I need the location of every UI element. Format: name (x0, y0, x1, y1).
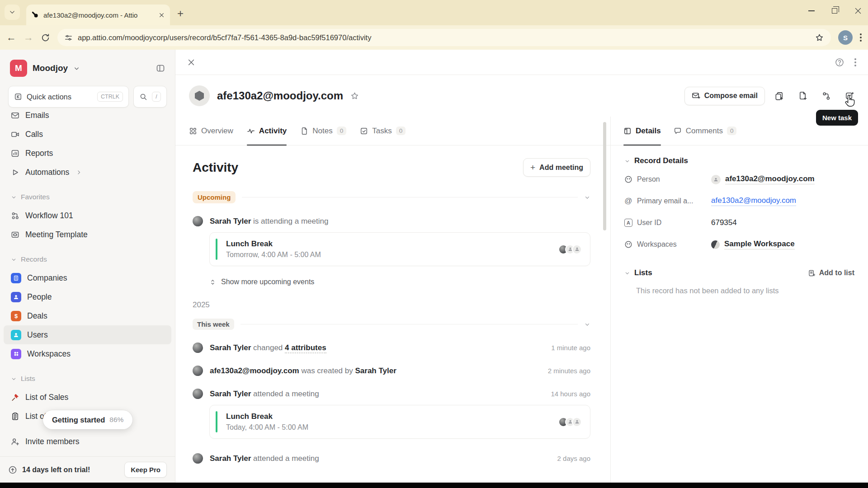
feed-row-attending: Sarah Tyler is attending a meeting (193, 216, 590, 226)
grid-icon (189, 127, 197, 135)
add-to-list-button[interactable]: Add to list (808, 269, 854, 277)
tab-activity[interactable]: Activity (247, 117, 287, 145)
record-menu-button[interactable] (854, 58, 856, 66)
link-record-button[interactable] (816, 86, 835, 105)
url-text[interactable]: app.attio.com/moodjoycorp/users/record/b… (78, 33, 810, 42)
meeting-time: Today, 4:00 AM - 5:00 AM (226, 423, 308, 432)
lists-section-header[interactable]: Lists (0, 370, 175, 388)
window-close-button[interactable] (854, 7, 862, 14)
collapse-sidebar-icon[interactable] (156, 64, 165, 73)
sidebar-item-emails[interactable]: Emails (0, 111, 175, 125)
detail-row-person[interactable]: Person afe130a2@moodjoy.com (624, 172, 854, 187)
video-camera-icon (11, 130, 19, 139)
url-bar[interactable]: app.attio.com/moodjoycorp/users/record/b… (57, 29, 831, 46)
favorites-section-header[interactable]: Favorites (0, 188, 175, 206)
sidebar-item-users[interactable]: Users (4, 325, 171, 344)
calendar-color-bar (216, 411, 217, 432)
new-task-tooltip: New task (816, 110, 858, 126)
tab-close-icon[interactable] (159, 12, 165, 18)
keep-pro-button[interactable]: Keep Pro (124, 462, 167, 478)
tab-details[interactable]: Details (623, 117, 661, 145)
tab-tasks[interactable]: Tasks 0 (360, 117, 406, 145)
email-link[interactable]: afe130a2@moodjoy.com (711, 196, 796, 206)
person-avatar (711, 175, 721, 184)
pulse-icon (247, 127, 255, 135)
connect-nodes-icon (821, 91, 831, 101)
sidebar-item-workflow-101[interactable]: Workflow 101 (0, 206, 175, 225)
meeting-attendees (558, 417, 582, 427)
tab-notes[interactable]: Notes 0 (300, 117, 346, 145)
scrollbar-thumb[interactable] (603, 122, 606, 230)
feed-row-created: afe130a2@moodjoy.com was created by Sara… (193, 366, 590, 376)
show-more-upcoming[interactable]: Show more upcoming events (209, 278, 590, 286)
chevron-down-icon[interactable] (584, 194, 590, 201)
add-record-button[interactable] (793, 86, 812, 105)
person-link[interactable]: afe130a2@moodjoy.com (725, 174, 815, 184)
window-minimize-button[interactable] (808, 10, 815, 11)
upcoming-divider[interactable]: Upcoming (193, 191, 590, 203)
tab-comments[interactable]: Comments 0 (674, 117, 737, 145)
window-restore-button[interactable] (832, 8, 837, 14)
command-k-icon (14, 93, 22, 101)
help-icon[interactable] (835, 57, 844, 67)
search-button[interactable]: / (133, 86, 167, 108)
lists-empty-message: This record has not been added to any li… (636, 286, 854, 295)
chevron-down-icon[interactable] (584, 321, 590, 328)
close-record-icon[interactable] (187, 58, 195, 66)
records-section-header[interactable]: Records (0, 250, 175, 268)
sidebar-item-workspaces[interactable]: Workspaces (0, 344, 175, 363)
record-avatar (189, 85, 210, 106)
meeting-card-upcoming[interactable]: Lunch Break Tomorrow, 4:00 AM - 5:00 AM (209, 232, 590, 266)
browser-chrome: afe130a2@moodjoy.com - Attio + ← → app.a… (0, 0, 868, 50)
workspace-logo[interactable]: M (10, 60, 27, 77)
details-icon (623, 127, 632, 135)
site-info-icon[interactable] (65, 34, 72, 42)
sidebar-item-people[interactable]: People (0, 287, 175, 306)
sidebar-item-meeting-template[interactable]: Meeting Template (0, 225, 175, 244)
workspace-chevron-down-icon[interactable] (73, 65, 80, 72)
note-plus-icon (774, 91, 784, 101)
this-week-divider[interactable]: This week (193, 319, 590, 330)
tab-search-button[interactable] (5, 5, 20, 20)
user-id-value: 679354 (711, 218, 737, 227)
browser-menu-button[interactable] (860, 33, 862, 42)
expand-icon (209, 279, 216, 286)
bookmark-star-icon[interactable] (815, 33, 824, 42)
tab-overview[interactable]: Overview (189, 117, 233, 145)
forward-button[interactable]: → (24, 32, 33, 43)
sidebar-item-automations[interactable]: Automations (0, 163, 175, 182)
sidebar-item-companies[interactable]: Companies (0, 268, 175, 287)
compose-email-button[interactable]: Compose email (684, 87, 765, 105)
new-tab-button[interactable]: + (177, 8, 184, 19)
detail-row-workspaces[interactable]: Workspaces Sample Workspace (624, 237, 854, 252)
workspace-link[interactable]: Sample Workspace (724, 239, 795, 249)
lists-section-header[interactable]: Lists Add to list (624, 268, 854, 277)
browser-tab[interactable]: afe130a2@moodjoy.com - Attio (26, 5, 170, 25)
invite-members-button[interactable]: Invite members (0, 432, 175, 451)
record-details-header[interactable]: Record Details (624, 156, 854, 165)
tab-strip: afe130a2@moodjoy.com - Attio + (0, 0, 868, 25)
workspace-name[interactable]: Moodjoy (33, 63, 68, 73)
quick-actions-button[interactable]: Quick actions CTRLK (8, 86, 129, 108)
getting-started-pill[interactable]: Getting started 86% (43, 410, 132, 429)
browser-profile-avatar[interactable]: S (838, 30, 853, 45)
detail-row-user-id[interactable]: A User ID 679354 (624, 215, 854, 230)
detail-label: A User ID (624, 219, 711, 227)
chevron-right-icon (76, 169, 82, 175)
check-square-icon (360, 127, 368, 135)
meeting-card-today[interactable]: Lunch Break Today, 4:00 AM - 5:00 AM (209, 405, 590, 439)
sidebar-item-calls[interactable]: Calls (0, 125, 175, 144)
add-note-button[interactable] (769, 86, 788, 105)
feed-row-changed: Sarah Tyler changed 4 attributes 1 minut… (193, 343, 590, 353)
reload-button[interactable] (41, 33, 50, 42)
favorite-star-icon[interactable] (350, 92, 359, 100)
sidebar-item-list-of-sales[interactable]: List of Sales (0, 388, 175, 407)
sidebar-item-deals[interactable]: $ Deals (0, 306, 175, 325)
trial-text: 14 days left on trial! (22, 466, 90, 474)
add-meeting-button[interactable]: + Add meeting (523, 158, 590, 177)
sidebar-item-reports[interactable]: Reports (0, 144, 175, 163)
attributes-link[interactable]: 4 attributes (285, 343, 326, 353)
back-button[interactable]: ← (6, 32, 16, 43)
add-to-list-icon (808, 269, 816, 277)
detail-row-primary-email[interactable]: @ Primary email a... afe130a2@moodjoy.co… (624, 193, 854, 209)
